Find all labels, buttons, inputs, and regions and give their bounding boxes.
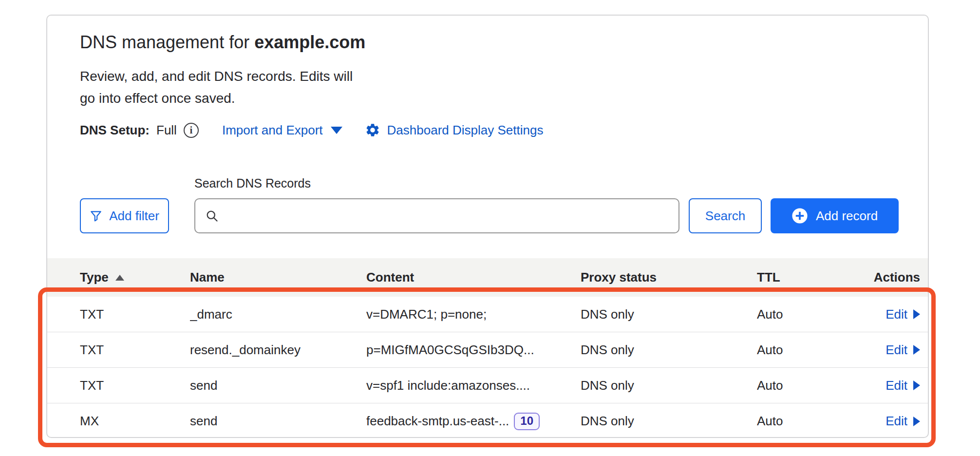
column-header-type-label: Type <box>80 270 109 285</box>
search-input[interactable] <box>226 199 678 232</box>
dns-management-card: DNS management for example.com Review, a… <box>46 15 929 438</box>
search-button[interactable]: Search <box>689 198 762 233</box>
chevron-right-icon <box>913 417 920 426</box>
cell-ttl: Auto <box>757 378 859 393</box>
table-row: TXT _dmarc v=DMARC1; p=none; DNS only Au… <box>47 297 928 332</box>
plus-icon <box>792 208 808 224</box>
cell-proxy-status: DNS only <box>581 307 757 322</box>
column-header-proxy-status: Proxy status <box>581 270 757 285</box>
chevron-right-icon <box>913 345 920 355</box>
edit-record-link[interactable]: Edit <box>886 414 920 429</box>
cell-type: MX <box>80 414 190 429</box>
cell-name: send <box>190 414 366 429</box>
cell-type: TXT <box>80 307 190 322</box>
edit-record-link[interactable]: Edit <box>886 378 920 393</box>
column-header-content: Content <box>366 270 581 285</box>
add-record-button[interactable]: Add record <box>771 198 899 233</box>
page-title-domain: example.com <box>254 32 365 52</box>
search-box <box>194 198 679 233</box>
cell-actions: Edit <box>859 307 920 322</box>
edit-record-link[interactable]: Edit <box>886 342 920 358</box>
table-row: TXT send v=spf1 include:amazonses.... DN… <box>47 368 928 403</box>
chevron-right-icon <box>913 380 920 390</box>
dns-setup-label: DNS Setup: <box>80 123 150 138</box>
info-icon[interactable]: i <box>184 123 199 138</box>
page: DNS management for example.com Review, a… <box>0 0 980 456</box>
column-header-ttl: TTL <box>757 270 859 285</box>
page-title: DNS management for example.com <box>80 32 365 53</box>
subtitle-line-2: go into effect once saved. <box>80 91 235 106</box>
edit-label: Edit <box>886 414 907 429</box>
cell-name: resend._domainkey <box>190 342 366 358</box>
edit-record-link[interactable]: Edit <box>886 307 920 322</box>
search-field-label: Search DNS Records <box>194 176 311 190</box>
cell-name: _dmarc <box>190 307 366 322</box>
cell-content: feedback-smtp.us-east-... 10 <box>366 413 581 430</box>
column-header-actions: Actions <box>859 270 920 285</box>
search-icon <box>205 209 219 223</box>
cell-type: TXT <box>80 378 190 393</box>
cell-ttl: Auto <box>757 414 859 429</box>
chevron-right-icon <box>913 309 920 319</box>
page-title-text: DNS management for <box>80 32 254 52</box>
cell-content: p=MIGfMA0GCSqGSIb3DQ... <box>366 342 581 358</box>
dns-setup-value: Full <box>156 123 177 138</box>
add-record-label: Add record <box>816 209 878 224</box>
dashboard-display-settings-link[interactable]: Dashboard Display Settings <box>365 122 544 138</box>
dns-setup-row: DNS Setup: Full i Import and Export Dash… <box>80 121 543 139</box>
cell-type: TXT <box>80 342 190 358</box>
page-subtitle: Review, add, and edit DNS records. Edits… <box>80 65 353 109</box>
table-row: TXT resend._domainkey p=MIGfMA0GCSqGSIb3… <box>47 332 928 368</box>
cell-ttl: Auto <box>757 342 859 358</box>
table-row: MX send feedback-smtp.us-east-... 10 DNS… <box>47 403 928 438</box>
filter-icon <box>90 209 102 222</box>
edit-label: Edit <box>886 378 907 393</box>
table-header-row: Type Name Content Proxy status TTL Actio… <box>47 258 928 297</box>
cell-ttl: Auto <box>757 307 859 322</box>
column-header-type[interactable]: Type <box>80 270 190 285</box>
cell-proxy-status: DNS only <box>581 378 757 393</box>
gear-icon <box>365 122 380 138</box>
cell-proxy-status: DNS only <box>581 414 757 429</box>
add-filter-label: Add filter <box>109 209 159 224</box>
cell-name: send <box>190 378 366 393</box>
subtitle-line-1: Review, add, and edit DNS records. Edits… <box>80 69 353 84</box>
cell-actions: Edit <box>859 378 920 393</box>
edit-label: Edit <box>886 342 907 358</box>
column-header-name: Name <box>190 270 366 285</box>
edit-label: Edit <box>886 307 907 322</box>
priority-badge: 10 <box>514 413 540 430</box>
add-filter-button[interactable]: Add filter <box>80 198 169 233</box>
dns-records-table: TXT _dmarc v=DMARC1; p=none; DNS only Au… <box>47 297 928 438</box>
sort-ascending-icon <box>115 275 124 281</box>
cell-content-text: feedback-smtp.us-east-... <box>366 414 509 429</box>
cell-content: v=spf1 include:amazonses.... <box>366 378 581 393</box>
dashboard-display-settings-label: Dashboard Display Settings <box>387 123 544 138</box>
cell-proxy-status: DNS only <box>581 342 757 358</box>
import-export-label: Import and Export <box>222 123 323 138</box>
cell-content: v=DMARC1; p=none; <box>366 307 581 322</box>
chevron-down-icon <box>331 127 342 134</box>
import-export-link[interactable]: Import and Export <box>222 123 342 138</box>
cell-actions: Edit <box>859 414 920 429</box>
cell-actions: Edit <box>859 342 920 358</box>
